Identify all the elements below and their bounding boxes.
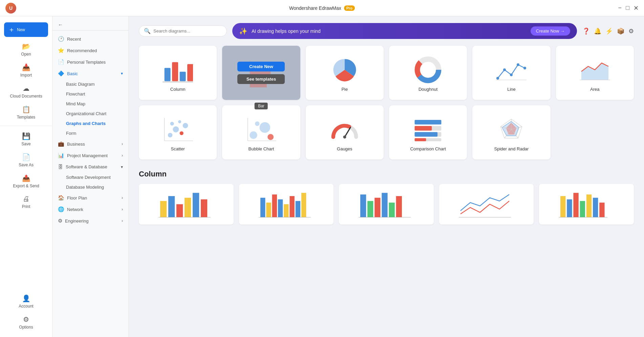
sidebar-item-options[interactable]: ⚙ Options bbox=[0, 312, 52, 333]
close-button[interactable]: ✕ bbox=[634, 4, 639, 12]
doughnut-chart-icon bbox=[413, 56, 443, 83]
template-chart-4 bbox=[443, 188, 530, 220]
bar-card-overlay: Create New See templates bbox=[222, 46, 300, 100]
sidebar-sub-flowchart[interactable]: Flowchart bbox=[52, 89, 128, 99]
area-chart-icon bbox=[580, 56, 610, 83]
sidebar-item-floorplan[interactable]: 🏠 Floor Plan › bbox=[52, 192, 128, 204]
search-box[interactable]: 🔍 bbox=[139, 25, 227, 37]
sidebar-item-saveas[interactable]: 📄 Save As bbox=[0, 150, 52, 171]
see-templates-button[interactable]: See templates bbox=[237, 74, 285, 84]
svg-rect-57 bbox=[176, 204, 183, 217]
maximize-button[interactable]: □ bbox=[626, 4, 629, 12]
minimize-button[interactable]: − bbox=[618, 4, 622, 12]
svg-point-31 bbox=[250, 131, 258, 139]
network-label: Network bbox=[67, 207, 83, 212]
line-icon-area bbox=[496, 56, 527, 83]
svg-rect-81 bbox=[574, 193, 579, 217]
sidebar-item-recent[interactable]: 🕐 Recent bbox=[52, 33, 128, 45]
svg-point-14 bbox=[421, 63, 435, 77]
sidebar-item-cloud[interactable]: ☁ Cloud Documents bbox=[0, 81, 52, 102]
chart-card-area[interactable]: Area bbox=[556, 46, 634, 100]
svg-rect-71 bbox=[360, 194, 366, 217]
network-chevron: › bbox=[122, 207, 123, 212]
chart-card-gauges[interactable]: Gauges bbox=[306, 105, 384, 160]
sidebar-item-account[interactable]: 👤 Account bbox=[0, 291, 52, 312]
sidebar-sub-software-dev[interactable]: Software Development bbox=[52, 172, 128, 182]
bubble-chart-icon bbox=[246, 116, 276, 143]
sidebar-sub-orgchart[interactable]: Organizational Chart bbox=[52, 109, 128, 119]
sidebar-sub-form[interactable]: Form bbox=[52, 128, 128, 138]
back-button[interactable]: ← bbox=[52, 19, 128, 30]
action-icon[interactable]: ⚡ bbox=[605, 27, 613, 35]
sidebar-item-recommended[interactable]: ⭐ Recommended bbox=[52, 45, 128, 56]
chart-card-line[interactable]: Line bbox=[472, 46, 550, 100]
sidebar-sub-basic-diagram[interactable]: Basic Diagram bbox=[52, 79, 128, 89]
sidebar-item-software[interactable]: 🗄 Software & Database ▾ bbox=[52, 161, 128, 172]
sidebar-item-save[interactable]: 💾 Save bbox=[0, 129, 52, 150]
gauges-label: Gauges bbox=[337, 146, 352, 151]
template-chart-2 bbox=[243, 188, 330, 220]
svg-point-28 bbox=[178, 120, 181, 123]
account-icon: 👤 bbox=[22, 294, 30, 302]
sidebar-item-basic[interactable]: 🔷 Basic ▾ bbox=[52, 68, 128, 79]
options-icon: ⚙ bbox=[23, 315, 29, 323]
template-card-1[interactable] bbox=[139, 184, 234, 225]
template-card-3[interactable] bbox=[339, 184, 434, 225]
sidebar-item-export[interactable]: 📤 Export & Send bbox=[0, 171, 52, 192]
package-icon[interactable]: 📦 bbox=[617, 27, 624, 35]
chart-card-scatter[interactable]: Scatter bbox=[139, 105, 217, 160]
templates-icon: 📋 bbox=[22, 105, 30, 113]
new-icon: ＋ bbox=[8, 25, 15, 34]
chart-card-pie[interactable]: Pie bbox=[306, 46, 384, 100]
save-label: Save bbox=[21, 142, 30, 146]
recommended-icon: ⭐ bbox=[58, 47, 64, 54]
template-card-4[interactable] bbox=[439, 184, 534, 225]
sidebar-sub-graphs[interactable]: Graphs and Charts bbox=[52, 119, 128, 128]
bubble-icon-area bbox=[246, 116, 276, 143]
import-icon: 📥 bbox=[22, 63, 30, 71]
svg-point-16 bbox=[503, 68, 506, 71]
templates-label: Templates bbox=[17, 115, 36, 120]
app-title: Wondershare EdrawMax Pro bbox=[289, 5, 355, 11]
ai-banner-text: AI drawing helps open your mind bbox=[252, 28, 527, 34]
sidebar-item-network[interactable]: 🌐 Network › bbox=[52, 204, 128, 215]
titlebar: U Wondershare EdrawMax Pro − □ ✕ bbox=[0, 0, 644, 16]
pie-icon-area bbox=[329, 56, 360, 83]
search-input[interactable] bbox=[153, 28, 222, 34]
sidebar-item-new[interactable]: ＋ New bbox=[4, 22, 48, 37]
ai-banner[interactable]: ✨ AI drawing helps open your mind Create… bbox=[232, 23, 577, 39]
template-card-5[interactable] bbox=[539, 184, 634, 225]
settings-icon[interactable]: ⚙ bbox=[628, 27, 634, 35]
help-icon[interactable]: ❓ bbox=[582, 27, 590, 35]
line-chart-icon bbox=[496, 56, 527, 83]
sidebar-item-engineering[interactable]: ⚙ Engineering › bbox=[52, 215, 128, 227]
sidebar-item-business[interactable]: 💼 Business › bbox=[52, 138, 128, 150]
sidebar-sub-mindmap[interactable]: Mind Map bbox=[52, 99, 128, 109]
chart-card-bubble[interactable]: Bubble Chart bbox=[222, 105, 300, 160]
save-icon: 💾 bbox=[22, 132, 30, 140]
chart-card-bar[interactable]: Create New See templates Bar bbox=[222, 46, 300, 100]
avatar[interactable]: U bbox=[5, 3, 16, 14]
sidebar-item-personal[interactable]: 📄 Personal Templates bbox=[52, 56, 128, 68]
chart-card-spider[interactable]: Spider and Radar bbox=[472, 105, 550, 160]
sidebar-sub-db-modeling[interactable]: Database Modeling bbox=[52, 182, 128, 192]
chart-card-comparison[interactable]: Comparison Chart bbox=[389, 105, 467, 160]
sidebar-item-import[interactable]: 📥 Import bbox=[0, 60, 52, 81]
chart-card-doughnut[interactable]: Doughnut bbox=[389, 46, 467, 100]
notification-icon[interactable]: 🔔 bbox=[594, 27, 601, 35]
sidebar-item-open[interactable]: 📂 Open bbox=[0, 39, 52, 60]
sidebar-item-project[interactable]: 📊 Project Management › bbox=[52, 150, 128, 161]
area-icon-area bbox=[580, 56, 610, 83]
ai-icon: ✨ bbox=[239, 27, 248, 35]
sidebar-item-print[interactable]: 🖨 Print bbox=[0, 192, 52, 212]
svg-rect-76 bbox=[396, 196, 402, 217]
line-label: Line bbox=[507, 87, 516, 92]
floorplan-label: Floor Plan bbox=[67, 195, 87, 201]
chart-card-column[interactable]: Column bbox=[139, 46, 217, 100]
template-card-2[interactable] bbox=[239, 184, 334, 225]
create-new-button[interactable]: Create New bbox=[237, 62, 285, 71]
ai-create-button[interactable]: Create Now → bbox=[531, 26, 570, 36]
svg-point-26 bbox=[183, 123, 188, 128]
svg-point-34 bbox=[255, 121, 260, 126]
sidebar-item-templates[interactable]: 📋 Templates bbox=[0, 102, 52, 123]
